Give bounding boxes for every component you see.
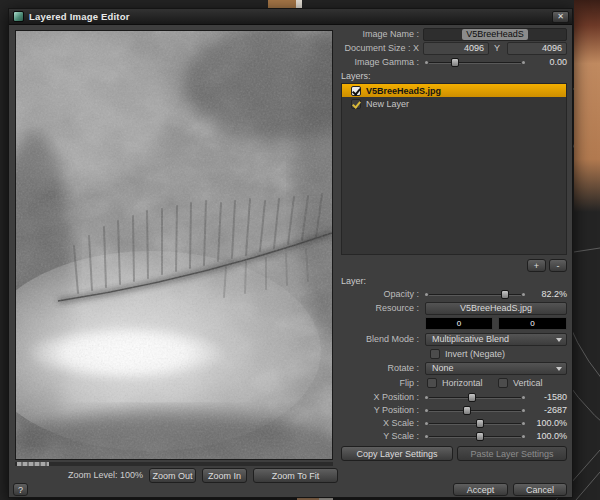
layer-visibility-checkbox[interactable]: [351, 86, 361, 96]
title-bar[interactable]: Layered Image Editor ✕: [9, 9, 572, 25]
y-scale-label: Y Scale :: [339, 430, 419, 443]
y-position-slider[interactable]: [425, 404, 525, 417]
y-scale-slider[interactable]: [425, 430, 525, 443]
lip-texture-image: [16, 31, 333, 460]
image-gamma-slider-handle[interactable]: [451, 58, 459, 67]
slider-max-dot: [522, 409, 525, 412]
slider-max-dot: [522, 293, 525, 296]
invert-negate-label: Invert (Negate): [445, 348, 535, 361]
image-name-label: Image Name :: [339, 28, 419, 41]
secondary-color-swatch[interactable]: 0: [498, 317, 567, 330]
flip-label: Flip :: [339, 377, 419, 390]
slider-track: [429, 436, 521, 437]
screen: Layered Image Editor ✕: [0, 0, 600, 500]
flip-vertical-label: Vertical: [513, 377, 563, 390]
cancel-button[interactable]: Cancel: [513, 483, 567, 496]
blend-mode-value: Multiplicative Blend: [432, 334, 509, 344]
slider-track: [429, 410, 521, 411]
blend-mode-label: Blend Mode :: [339, 333, 419, 346]
slider-track: [429, 423, 521, 424]
layer-section-header: Layer:: [341, 275, 421, 288]
horizontal-scrollbar[interactable]: [15, 462, 333, 466]
image-gamma-label: Image Gamma :: [339, 56, 419, 69]
close-icon[interactable]: ✕: [552, 11, 569, 23]
layer-row-v5breeheads[interactable]: V5BreeHeadS.jpg: [342, 84, 566, 97]
slider-max-dot: [522, 435, 525, 438]
y-scale-value: 100.0%: [529, 430, 567, 443]
slider-max-dot: [522, 422, 525, 425]
opacity-slider-handle[interactable]: [501, 290, 509, 299]
x-position-slider-handle[interactable]: [468, 393, 476, 402]
document-size-y-label: Y: [494, 42, 504, 55]
copy-layer-settings-button[interactable]: Copy Layer Settings: [341, 446, 453, 461]
scrollbar-thumb[interactable]: [17, 462, 49, 466]
rotate-dropdown[interactable]: None: [425, 362, 567, 375]
layers-list[interactable]: V5BreeHeadS.jpg New Layer: [341, 83, 567, 255]
resource-dropdown[interactable]: V5BreeHeadS.jpg: [425, 302, 567, 315]
window-title: Layered Image Editor: [29, 11, 552, 22]
accept-button[interactable]: Accept: [453, 483, 508, 496]
image-gamma-slider[interactable]: [425, 56, 525, 69]
x-position-slider[interactable]: [425, 391, 525, 404]
resource-label: Resource :: [339, 302, 419, 315]
image-preview[interactable]: [15, 30, 333, 460]
slider-max-dot: [522, 61, 525, 64]
layer-visibility-checkbox[interactable]: [351, 99, 361, 109]
slider-min-dot: [425, 422, 428, 425]
slider-min-dot: [425, 409, 428, 412]
slider-min-dot: [425, 435, 428, 438]
x-scale-slider-handle[interactable]: [476, 419, 484, 428]
blend-mode-dropdown[interactable]: Multiplicative Blend: [425, 333, 567, 346]
layers-header: Layers:: [341, 70, 421, 83]
slider-min-dot: [425, 293, 428, 296]
zoom-in-button[interactable]: Zoom In: [202, 468, 247, 483]
x-scale-label: X Scale :: [339, 417, 419, 430]
zoom-out-button[interactable]: Zoom Out: [149, 468, 196, 483]
paste-layer-settings-button[interactable]: Paste Layer Settings: [457, 446, 567, 461]
rotate-value: None: [432, 363, 454, 373]
image-name-field[interactable]: V5BreeHeadS: [423, 28, 567, 41]
x-scale-value: 100.0%: [529, 417, 567, 430]
layer-row-label: New Layer: [366, 99, 409, 109]
document-size-label: Document Size : X: [339, 42, 419, 55]
chevron-down-icon: [556, 338, 562, 342]
document-size-y-field[interactable]: 4096: [507, 42, 567, 55]
opacity-label: Opacity :: [339, 288, 419, 301]
layer-row-new-layer[interactable]: New Layer: [342, 97, 566, 110]
zoom-to-fit-button[interactable]: Zoom To Fit: [253, 468, 338, 483]
opacity-value: 82.2%: [529, 288, 567, 301]
flip-horizontal-label: Horizontal: [442, 377, 492, 390]
remove-layer-button[interactable]: -: [549, 259, 567, 272]
layered-image-editor-dialog: Layered Image Editor ✕: [8, 8, 573, 498]
y-position-label: Y Position :: [339, 404, 419, 417]
layered-image-editor-icon: [13, 11, 24, 22]
add-layer-button[interactable]: +: [527, 259, 546, 272]
zoom-level-label: Zoom Level: 100%: [15, 470, 143, 480]
slider-min-dot: [425, 61, 428, 64]
invert-negate-checkbox[interactable]: [430, 349, 440, 359]
zoom-toolbar: Zoom Level: 100% Zoom Out Zoom In Zoom T…: [15, 468, 333, 484]
opacity-slider[interactable]: [425, 288, 525, 301]
image-gamma-value: 0.00: [529, 56, 567, 69]
x-position-value: -1580: [529, 391, 567, 404]
chevron-down-icon: [556, 367, 562, 371]
x-position-label: X Position :: [339, 391, 419, 404]
flip-vertical-checkbox[interactable]: [498, 378, 508, 388]
slider-min-dot: [425, 396, 428, 399]
rotate-label: Rotate :: [339, 362, 419, 375]
x-scale-slider[interactable]: [425, 417, 525, 430]
flip-horizontal-checkbox[interactable]: [427, 378, 437, 388]
document-size-x-field[interactable]: 4096: [423, 42, 489, 55]
y-position-value: -2687: [529, 404, 567, 417]
y-scale-slider-handle[interactable]: [476, 432, 484, 441]
help-button[interactable]: ?: [13, 483, 28, 496]
slider-track: [429, 62, 521, 63]
slider-max-dot: [522, 396, 525, 399]
image-name-value: V5BreeHeadS: [462, 29, 528, 40]
primary-color-swatch[interactable]: 0: [425, 317, 493, 330]
y-position-slider-handle[interactable]: [463, 406, 471, 415]
layer-row-label: V5BreeHeadS.jpg: [366, 86, 441, 96]
